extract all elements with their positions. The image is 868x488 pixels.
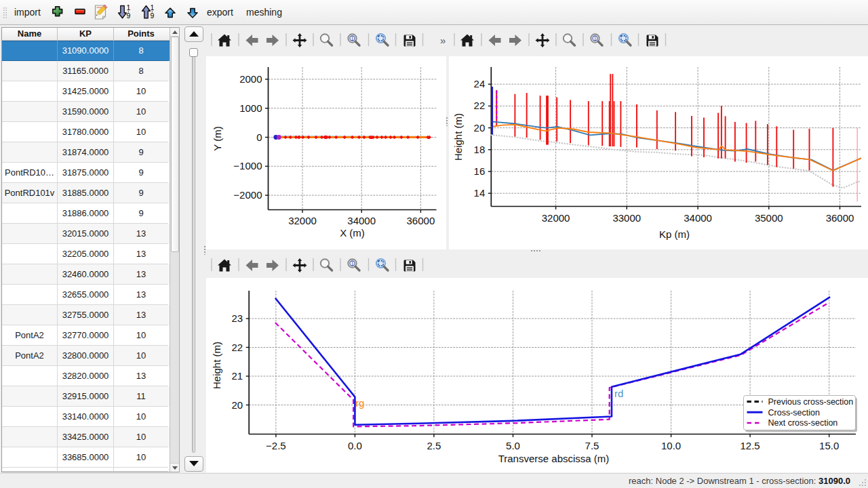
svg-text:»: » — [440, 35, 446, 46]
svg-text:Y (m): Y (m) — [212, 126, 223, 150]
svg-text:7.5: 7.5 — [585, 440, 599, 451]
svg-text:5.0: 5.0 — [506, 440, 520, 451]
svg-text:35000: 35000 — [755, 212, 783, 224]
svg-text:22: 22 — [474, 100, 486, 111]
svg-text:2.5: 2.5 — [427, 440, 441, 451]
svg-text:12.5: 12.5 — [740, 440, 760, 451]
svg-text:36000: 36000 — [407, 215, 435, 226]
svg-text:20: 20 — [232, 399, 243, 411]
svg-text:20: 20 — [474, 122, 486, 134]
svg-text:24: 24 — [474, 78, 486, 89]
svg-text:Height (m): Height (m) — [211, 342, 222, 389]
svg-text:Next cross-section: Next cross-section — [768, 418, 838, 428]
svg-text:2000: 2000 — [239, 73, 262, 85]
svg-text:34000: 34000 — [684, 212, 712, 224]
svg-text:33000: 33000 — [612, 212, 641, 224]
svg-text:rg: rg — [355, 397, 364, 409]
svg-text:36000: 36000 — [826, 212, 854, 224]
svg-text:15.0: 15.0 — [819, 440, 839, 451]
svg-text:1000: 1000 — [239, 102, 262, 114]
svg-text:16: 16 — [474, 165, 486, 177]
svg-text:−1000: −1000 — [233, 160, 262, 171]
svg-text:32000: 32000 — [542, 212, 570, 224]
svg-text:Previous cross-section: Previous cross-section — [768, 397, 854, 407]
svg-text:Cross-section: Cross-section — [768, 408, 820, 418]
svg-text:0: 0 — [256, 131, 262, 143]
svg-text:rd: rd — [614, 388, 623, 399]
svg-text:34000: 34000 — [347, 215, 376, 226]
svg-text:1: 1 — [126, 3, 130, 12]
svg-text:−2.5: −2.5 — [266, 440, 286, 451]
svg-text:10.0: 10.0 — [661, 440, 681, 451]
svg-text:1: 1 — [150, 3, 154, 12]
svg-text:18: 18 — [474, 144, 486, 155]
svg-text:X (m): X (m) — [340, 227, 365, 239]
svg-text:−2000: −2000 — [233, 189, 262, 201]
svg-text:22: 22 — [232, 342, 243, 353]
svg-text:Height (m): Height (m) — [452, 113, 464, 161]
svg-text:14: 14 — [474, 187, 486, 199]
svg-text:Transverse abscissa (m): Transverse abscissa (m) — [498, 453, 610, 464]
svg-text:Kp (m): Kp (m) — [659, 228, 690, 240]
svg-text:21: 21 — [232, 370, 243, 382]
svg-text:23: 23 — [232, 312, 243, 324]
svg-text:0.0: 0.0 — [348, 440, 362, 451]
svg-text:32000: 32000 — [288, 215, 317, 226]
